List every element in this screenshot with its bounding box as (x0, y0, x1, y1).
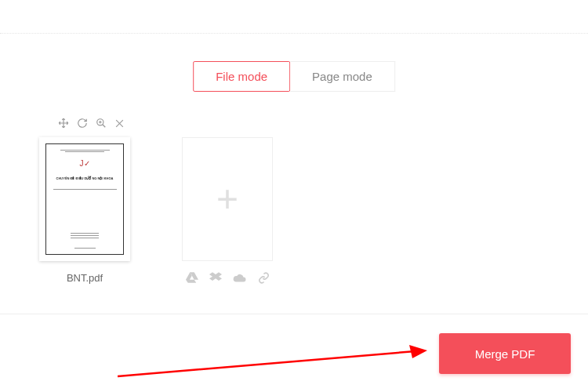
svg-line-1 (103, 125, 106, 128)
preview-title: CHUYÊN ĐỀ ĐIỀU DƯỠNG NỘI KHOA (56, 176, 114, 180)
close-icon[interactable] (114, 118, 125, 131)
mode-tabs: File mode Page mode (193, 61, 395, 92)
bottom-divider (0, 314, 588, 314)
zoom-in-icon[interactable] (96, 118, 107, 131)
dropbox-icon[interactable] (209, 272, 222, 286)
add-file-button[interactable]: + (182, 137, 273, 261)
top-divider (0, 33, 588, 34)
file-toolbar (58, 118, 125, 131)
pdf-page-preview: J✓ CHUYÊN ĐỀ ĐIỀU DƯỠNG NỘI KHOA (39, 137, 130, 261)
upload-sources (186, 272, 270, 286)
tab-page-mode[interactable]: Page mode (290, 61, 395, 92)
move-icon[interactable] (58, 118, 69, 131)
link-icon[interactable] (258, 272, 270, 286)
file-name-label: BNT.pdf (67, 272, 103, 284)
onedrive-icon[interactable] (233, 272, 247, 286)
svg-line-6 (118, 351, 416, 376)
file-thumbnail[interactable]: J✓ CHUYÊN ĐỀ ĐIỀU DƯỠNG NỘI KHOA BNT.pdf (33, 137, 136, 284)
plus-icon: + (216, 180, 238, 218)
merge-pdf-button[interactable]: Merge PDF (439, 333, 571, 374)
tab-file-mode[interactable]: File mode (193, 61, 290, 92)
annotation-arrow (118, 337, 431, 384)
google-drive-icon[interactable] (186, 272, 198, 286)
svg-marker-7 (409, 345, 427, 358)
add-file-card: + (176, 137, 279, 286)
rotate-icon[interactable] (77, 118, 88, 131)
thumbnail-area: J✓ CHUYÊN ĐỀ ĐIỀU DƯỠNG NỘI KHOA BNT.pdf… (33, 137, 279, 286)
